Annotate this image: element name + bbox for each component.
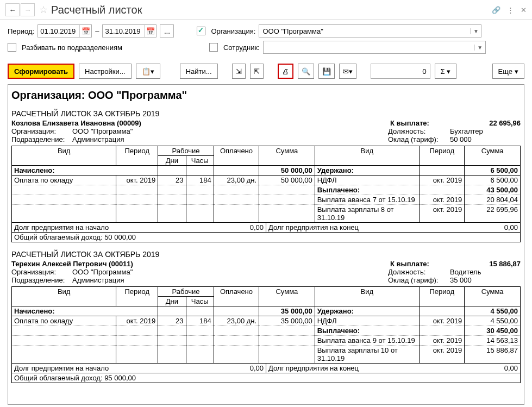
- org-label: Организация:: [211, 27, 255, 35]
- slip-title: РАСЧЕТНЫЙ ЛИСТОК ЗА ОКТЯБРЬ 2019: [11, 109, 521, 118]
- date-from-input[interactable]: 📅: [37, 24, 92, 37]
- org-combo[interactable]: ▼: [259, 24, 481, 37]
- employee-name: Козлова Елизавета Ивановна (00009): [11, 119, 390, 127]
- collapse-button[interactable]: ⇱: [250, 64, 264, 79]
- employee-combo[interactable]: ▼: [263, 41, 486, 54]
- nav-back-button[interactable]: ←: [5, 3, 20, 16]
- sigma-button[interactable]: Σ ▾: [435, 64, 457, 79]
- pay-amount: 15 886,87: [466, 260, 521, 268]
- preview-button[interactable]: 🔍: [298, 64, 314, 79]
- pay-amount: 22 695,96: [466, 119, 521, 127]
- payslip-table: Вид Период Рабочие Оплачено Сумма Вид Пе…: [11, 146, 521, 223]
- org-checkbox[interactable]: [197, 27, 205, 35]
- slip-title: РАСЧЕТНЫЙ ЛИСТОК ЗА ОКТЯБРЬ 2019: [11, 250, 521, 259]
- menu-icon[interactable]: ⋮: [507, 6, 514, 14]
- org-header: Организация: ООО "Программа": [11, 89, 521, 102]
- payslip-table: Вид Период Рабочие Оплачено Сумма Вид Пе…: [11, 286, 521, 364]
- period-label: Период:: [8, 27, 34, 35]
- calendar-icon[interactable]: 📅: [79, 25, 91, 37]
- close-icon[interactable]: ✕: [521, 6, 527, 14]
- pay-label: К выплате:: [390, 260, 466, 268]
- favorite-icon[interactable]: ☆: [39, 4, 48, 16]
- save-settings-button[interactable]: 📋▾: [136, 64, 160, 79]
- settings-button[interactable]: Настройки...: [79, 64, 132, 79]
- pay-label: К выплате:: [390, 119, 466, 127]
- link-icon[interactable]: 🔗: [492, 6, 500, 14]
- generate-button[interactable]: Сформировать: [8, 64, 74, 79]
- nav-forward-button[interactable]: →: [21, 3, 35, 16]
- save-file-button[interactable]: 💾: [318, 64, 335, 79]
- split-checkbox[interactable]: [8, 43, 16, 52]
- email-button[interactable]: ✉▾: [339, 64, 356, 79]
- expand-button[interactable]: ⇲: [232, 64, 246, 79]
- payslip: РАСЧЕТНЫЙ ЛИСТОК ЗА ОКТЯБРЬ 2019 Терехин…: [11, 250, 521, 383]
- report-area[interactable]: Организация: ООО "Программа" РАСЧЕТНЫЙ Л…: [8, 84, 524, 405]
- find-button[interactable]: Найти...: [180, 64, 218, 79]
- print-button[interactable]: 🖨: [278, 64, 293, 79]
- payslip: РАСЧЕТНЫЙ ЛИСТОК ЗА ОКТЯБРЬ 2019 Козлова…: [11, 109, 521, 242]
- employee-label: Сотрудник:: [223, 43, 260, 52]
- employee-name: Терехин Алексей Петрович (00011): [11, 260, 390, 268]
- period-picker-button[interactable]: ...: [160, 24, 174, 37]
- date-to-input[interactable]: 📅: [102, 24, 157, 37]
- more-button[interactable]: Еще ▾: [492, 64, 524, 79]
- split-label: Разбивать по подразделениям: [22, 43, 122, 52]
- sum-input[interactable]: [371, 64, 430, 79]
- page-title: Расчетный листок: [51, 4, 492, 16]
- chevron-down-icon[interactable]: ▼: [474, 45, 485, 51]
- employee-checkbox[interactable]: [209, 43, 218, 52]
- chevron-down-icon[interactable]: ▼: [470, 28, 481, 34]
- calendar-icon[interactable]: 📅: [144, 25, 156, 37]
